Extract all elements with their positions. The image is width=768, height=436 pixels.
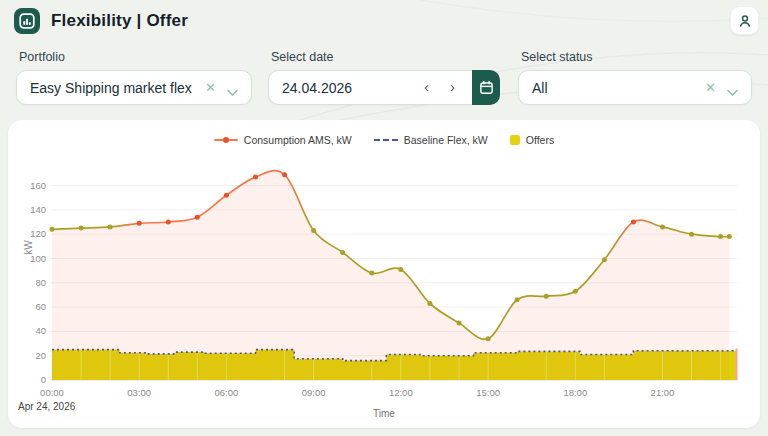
date-value: 24.04.2026 [269, 80, 352, 96]
y-tick: 80 [35, 277, 46, 288]
x-tick: 06:00 [215, 387, 239, 398]
data-point-marker [340, 250, 345, 255]
date-input[interactable]: 24.04.2026 ‹ › [268, 70, 473, 105]
clear-icon[interactable]: ✕ [705, 79, 716, 96]
portfolio-select[interactable]: Easy Shipping market flex ✕ [16, 70, 252, 105]
y-tick: 40 [35, 325, 46, 336]
legend-label: Offers [526, 134, 554, 146]
app-header: Flexibility | Offer [14, 8, 188, 34]
y-tick: 0 [41, 374, 46, 385]
chevron-down-icon[interactable] [227, 83, 238, 101]
data-point-marker [195, 215, 200, 220]
data-point-marker [282, 172, 287, 177]
status-value: All [519, 80, 548, 96]
data-point-marker [689, 232, 694, 237]
data-point-marker [631, 220, 636, 225]
chart-card: 02040608010012014016000:0003:0006:0009:0… [8, 120, 760, 428]
y-tick: 140 [30, 204, 46, 215]
status-filter: Select status All ✕ [518, 50, 752, 105]
y-tick: 60 [35, 301, 46, 312]
data-point-marker [311, 228, 316, 233]
x-axis-label: Time [8, 408, 760, 419]
y-tick: 120 [30, 228, 46, 239]
date-filter: Select date 24.04.2026 ‹ › [268, 50, 500, 105]
portfolio-value: Easy Shipping market flex [17, 80, 192, 96]
legend-item-baseline[interactable]: Baseline Flex, kW [374, 134, 488, 146]
offers-square-swatch [510, 135, 520, 145]
data-point-marker [427, 301, 432, 306]
y-axis-label: kW [23, 240, 34, 254]
x-tick: 18:00 [563, 387, 587, 398]
portfolio-label: Portfolio [19, 50, 252, 64]
calendar-icon [479, 80, 494, 95]
flexibility-offer-page: { "header": { "title": "Flexibility | Of… [0, 0, 768, 436]
x-tick: 21:00 [651, 387, 675, 398]
flexibility-chart-canvas: 02040608010012014016000:0003:0006:0009:0… [8, 120, 760, 428]
person-icon [737, 13, 753, 29]
page-title: Flexibility | Offer [51, 11, 188, 31]
x-tick: 12:00 [389, 387, 413, 398]
data-point-marker [515, 297, 520, 302]
data-point-marker [166, 220, 171, 225]
data-point-marker [727, 234, 732, 239]
portfolio-filter: Portfolio Easy Shipping market flex ✕ [16, 50, 252, 105]
x-tick: 15:00 [476, 387, 500, 398]
chart-date-caption: Apr 24, 2026 [18, 401, 75, 412]
clear-icon[interactable]: ✕ [205, 79, 216, 96]
y-tick: 20 [35, 350, 46, 361]
next-day-button[interactable]: › [450, 78, 455, 96]
data-point-marker [224, 193, 229, 198]
app-logo[interactable] [14, 8, 40, 34]
previous-day-button[interactable]: ‹ [424, 78, 429, 96]
data-point-marker [137, 221, 142, 226]
data-point-marker [50, 227, 55, 232]
status-label: Select status [521, 50, 752, 64]
data-point-marker [486, 336, 491, 341]
x-tick: 09:00 [302, 387, 326, 398]
legend-item-offers[interactable]: Offers [510, 134, 554, 146]
legend-item-consumption[interactable]: Consumption AMS, kW [214, 134, 352, 146]
consumption-area [52, 171, 729, 380]
calendar-button[interactable] [472, 70, 500, 105]
x-tick: 00:00 [40, 387, 64, 398]
data-point-marker [79, 226, 84, 231]
chevron-down-icon[interactable] [727, 83, 738, 101]
consumption-line-swatch [214, 139, 238, 141]
data-point-marker [369, 271, 374, 276]
data-point-marker [108, 224, 113, 229]
data-point-marker [660, 224, 665, 229]
data-point-marker [544, 294, 549, 299]
y-tick: 160 [30, 180, 46, 191]
data-point-marker [457, 320, 462, 325]
data-point-marker [398, 267, 403, 272]
data-point-marker [573, 289, 578, 294]
baseline-dash-swatch [374, 139, 398, 141]
legend-label: Consumption AMS, kW [244, 134, 352, 146]
user-account-button[interactable] [730, 6, 759, 35]
legend-label: Baseline Flex, kW [404, 134, 488, 146]
x-tick: 03:00 [127, 387, 151, 398]
chart-app-icon [19, 13, 35, 29]
data-point-marker [602, 257, 607, 262]
data-point-marker [718, 234, 723, 239]
chart-legend: Consumption AMS, kW Baseline Flex, kW Of… [8, 134, 760, 146]
data-point-marker [253, 175, 258, 180]
date-label: Select date [271, 50, 500, 64]
status-select[interactable]: All ✕ [518, 70, 752, 105]
